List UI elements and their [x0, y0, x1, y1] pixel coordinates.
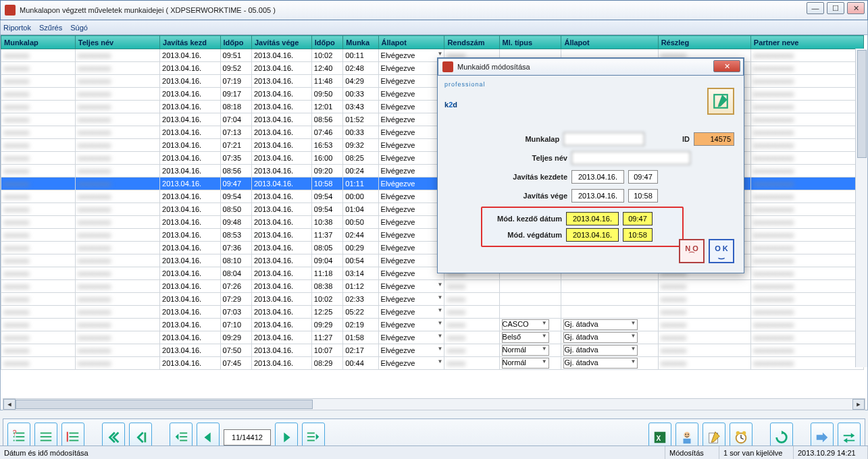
- mod-kezd-time[interactable]: [623, 212, 653, 225]
- col-header[interactable]: Időpo: [220, 36, 251, 49]
- menu-riportok[interactable]: Riportok: [3, 24, 31, 32]
- k2d-logo: professional k2d: [444, 81, 486, 115]
- menu-sugo[interactable]: Súgó: [70, 24, 88, 32]
- svg-rect-11: [70, 436, 79, 437]
- kezd-date[interactable]: [571, 170, 624, 184]
- dialog-ok-button[interactable]: O K‿: [709, 239, 734, 263]
- col-header[interactable]: Állapot: [378, 36, 444, 49]
- svg-rect-5: [16, 440, 24, 441]
- menubar: Riportok Szűrés Súgó: [0, 20, 868, 35]
- lbl-kezd: Javítás kezdete: [485, 173, 571, 181]
- lbl-id: ID: [644, 135, 694, 143]
- scroll-right-arrow[interactable]: ►: [852, 399, 865, 410]
- col-header[interactable]: Javítás vége: [252, 36, 312, 49]
- svg-rect-1: [16, 433, 24, 434]
- app-icon: [5, 5, 16, 16]
- kezd-time[interactable]: [628, 170, 658, 184]
- close-button[interactable]: ✕: [847, 2, 865, 14]
- lbl-nev: Teljes név: [485, 154, 571, 162]
- table-row[interactable]: xxxxxxxxxxxxxxxx2013.04.16.07:452013.04.…: [1, 357, 864, 370]
- dialog-edit-icon-button[interactable]: [707, 88, 734, 115]
- window-title: Munkalapon végzett műveletek munkaidejei…: [20, 6, 863, 14]
- col-header[interactable]: Rendszám: [444, 36, 499, 49]
- svg-rect-8: [41, 436, 52, 437]
- svg-text:X: X: [657, 435, 661, 442]
- svg-rect-16: [180, 440, 187, 441]
- minimize-button[interactable]: —: [807, 2, 824, 14]
- status-mode: Módosítás: [665, 446, 719, 459]
- lbl-mod-kezd: Mód. kezdő dátum: [486, 215, 566, 223]
- col-header[interactable]: Időpo: [311, 36, 342, 49]
- table-row[interactable]: xxxxxxxxxxxxxxxx2013.04.16.07:102013.04.…: [1, 319, 864, 331]
- svg-rect-7: [41, 433, 52, 434]
- svg-rect-3: [16, 436, 24, 437]
- menu-szures[interactable]: Szűrés: [39, 24, 62, 32]
- col-header[interactable]: Részleg: [658, 36, 750, 49]
- dialog-no-button[interactable]: N O⌒: [679, 239, 705, 263]
- svg-rect-19: [307, 440, 315, 441]
- munkalap-field[interactable]: [563, 132, 644, 146]
- col-header[interactable]: Munkalap: [1, 36, 76, 49]
- maximize-button[interactable]: ☐: [827, 2, 844, 14]
- pager-display[interactable]: 11/14412: [224, 429, 271, 446]
- horizontal-scrollbar[interactable]: ◄ ►: [3, 398, 865, 410]
- mod-vege-date[interactable]: [566, 228, 619, 242]
- col-header[interactable]: Partner neve: [750, 36, 863, 49]
- col-header[interactable]: Állapot: [561, 36, 658, 49]
- dialog-close-button[interactable]: ✕: [713, 60, 740, 72]
- col-header[interactable]: Javítás kezd: [160, 36, 220, 49]
- col-header[interactable]: Ml. típus: [499, 36, 561, 49]
- vertical-scrollbar[interactable]: [855, 49, 867, 367]
- svg-point-24: [688, 434, 689, 435]
- table-row[interactable]: xxxxxxxxxxxxxxxx2013.04.16.07:292013.04.…: [1, 293, 864, 306]
- svg-rect-9: [41, 440, 52, 441]
- svg-rect-13: [145, 433, 147, 443]
- lbl-mod-vege: Mód. végdátum: [486, 231, 566, 239]
- status-left: Dátum és idő módosítása: [0, 446, 665, 459]
- edit-dialog: Munkaidő módosítása ✕ professional k2d M…: [437, 57, 744, 273]
- svg-point-29: [742, 431, 746, 435]
- table-row[interactable]: xxxxxxxxxxxxxxxx2013.04.16.07:032013.04.…: [1, 306, 864, 319]
- svg-text:?: ?: [13, 430, 17, 437]
- dialog-title: Munkaidő módosítása: [457, 63, 739, 71]
- dialog-icon: [442, 61, 453, 72]
- svg-rect-18: [307, 436, 315, 437]
- lbl-munkalap: Munkalap: [485, 135, 563, 143]
- svg-rect-12: [70, 440, 79, 441]
- table-row[interactable]: xxxxxxxxxxxxxxxx2013.04.16.09:292013.04.…: [1, 331, 864, 344]
- table-row[interactable]: xxxxxxxxxxxxxxxx2013.04.16.07:502013.04.…: [1, 344, 864, 357]
- hscroll-thumb[interactable]: [16, 400, 313, 409]
- svg-point-23: [685, 434, 686, 435]
- vege-date[interactable]: [571, 189, 624, 202]
- mod-kezd-date[interactable]: [566, 212, 619, 225]
- svg-rect-15: [180, 436, 187, 437]
- status-datetime: 2013.10.29 14:21: [794, 446, 868, 459]
- status-selection: 1 sor van kijelölve: [719, 446, 794, 459]
- scroll-left-arrow[interactable]: ◄: [3, 399, 16, 410]
- svg-rect-17: [307, 433, 315, 434]
- svg-point-28: [736, 431, 740, 435]
- main-titlebar: Munkalapon végzett műveletek munkaidejei…: [0, 0, 868, 20]
- lbl-vege: Javítás vége: [485, 192, 571, 200]
- svg-rect-10: [70, 433, 79, 434]
- svg-rect-25: [684, 439, 691, 443]
- mod-vege-time[interactable]: [623, 228, 653, 242]
- col-header[interactable]: Munka: [343, 36, 378, 49]
- id-field[interactable]: [694, 132, 734, 146]
- statusbar: Dátum és idő módosítása Módosítás 1 sor …: [0, 446, 868, 459]
- highlight-box: Mód. kezdő dátum Mód. végdátum: [481, 207, 684, 247]
- svg-rect-14: [180, 433, 187, 434]
- nev-field[interactable]: [571, 151, 690, 165]
- table-row[interactable]: xxxxxxxxxxxxxxxx2013.04.16.07:262013.04.…: [1, 280, 864, 293]
- col-header[interactable]: Teljes név: [75, 36, 159, 49]
- svg-rect-4: [14, 440, 15, 441]
- vege-time[interactable]: [628, 189, 658, 202]
